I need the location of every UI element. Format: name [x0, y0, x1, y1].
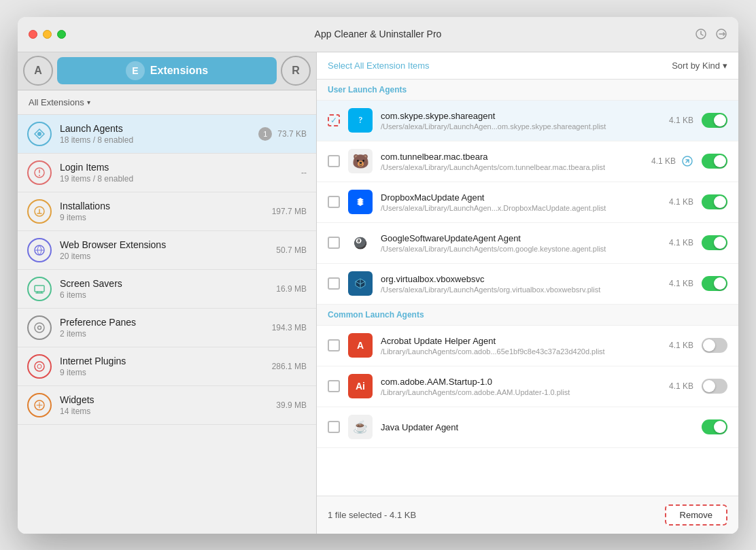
acrobat-details: Acrobat Update Helper Agent /Library/Lau… — [381, 336, 664, 356]
google-name: GoogleSoftwareUpdateAgent Agent — [381, 233, 664, 243]
tunnelbear-toggle[interactable] — [702, 154, 727, 169]
tunnelbear-details: com.tunnelbear.mac.tbeara /Users/alexa/L… — [381, 152, 646, 171]
list-item-google[interactable]: 🎱 GoogleSoftwareUpdateAgent Agent /Users… — [317, 223, 738, 264]
vbox-details: org.virtualbox.vboxwebsvc /Users/alexa/L… — [381, 274, 664, 294]
right-toolbar: Select All Extension Items Sort by Kind … — [317, 52, 738, 80]
refresh-icon[interactable] — [695, 28, 707, 40]
preference-panes-info: Preference Panes 2 items — [60, 317, 272, 339]
share-icon[interactable] — [715, 28, 727, 40]
vbox-checkbox[interactable] — [328, 277, 340, 290]
preference-panes-size: 194.3 MB — [272, 323, 307, 332]
skype-path: /Users/alexa/Library/LaunchAgen...om.sky… — [381, 122, 664, 131]
vbox-name: org.virtualbox.vboxwebsvc — [381, 274, 664, 284]
dropbox-toggle[interactable] — [702, 194, 727, 209]
list-item-tunnelbear[interactable]: 🐻 com.tunnelbear.mac.tbeara /Users/alexa… — [317, 141, 738, 182]
skype-toggle[interactable] — [702, 113, 727, 128]
list-item-adobe-aam[interactable]: Ai com.adobe.AAM.Startup-1.0 /Library/La… — [317, 366, 738, 407]
sidebar-item-login-items[interactable]: Login Items 19 items / 8 enabled -- — [18, 154, 316, 192]
external-link-icon[interactable] — [681, 155, 693, 167]
list-item-vbox[interactable]: org.virtualbox.vboxwebsvc /Users/alexa/L… — [317, 264, 738, 305]
vbox-toggle[interactable] — [702, 276, 727, 291]
svg-point-9 — [38, 326, 41, 329]
adobe-aam-checkbox[interactable] — [328, 380, 340, 392]
installations-sub: 9 items — [60, 213, 272, 222]
sidebar-list: Launch Agents 18 items / 8 enabled 1 73.… — [18, 115, 316, 534]
launch-agents-badge: 1 — [258, 127, 272, 141]
dropbox-name: DropboxMacUpdate Agent — [381, 192, 664, 203]
sidebar-item-installations[interactable]: Installations 9 items 197.7 MB — [18, 192, 316, 231]
web-browser-sub: 20 items — [60, 252, 276, 261]
skype-name: com.skype.skype.shareagent — [381, 111, 664, 121]
vbox-size: 4.1 KB — [669, 279, 693, 288]
screen-savers-info: Screen Savers 6 items — [60, 278, 276, 300]
acrobat-toggle[interactable] — [702, 338, 727, 353]
login-items-name: Login Items — [60, 162, 301, 173]
google-details: GoogleSoftwareUpdateAgent Agent /Users/a… — [381, 233, 664, 253]
sidebar: A E Extensions R All Extensions ▾ — [18, 52, 317, 534]
launch-agents-info: Launch Agents 18 items / 8 enabled — [60, 123, 258, 145]
screen-savers-icon — [27, 277, 52, 301]
internet-plugins-sub: 9 items — [60, 368, 272, 377]
internet-plugins-size: 286.1 MB — [272, 362, 307, 371]
remove-button[interactable]: Remove — [665, 504, 727, 526]
extensions-tab[interactable]: E Extensions — [57, 57, 277, 84]
sidebar-header: A E Extensions R — [18, 52, 316, 90]
adobe-aam-size: 4.1 KB — [669, 381, 693, 391]
screen-savers-name: Screen Savers — [60, 278, 276, 289]
extensions-icon: E — [126, 61, 145, 80]
adobe-aam-details: com.adobe.AAM.Startup-1.0 /Library/Launc… — [381, 377, 664, 396]
google-app-icon: 🎱 — [348, 230, 373, 255]
widgets-size: 39.9 MB — [276, 400, 307, 410]
filter-dropdown[interactable]: All Extensions ▾ — [18, 90, 316, 115]
sidebar-item-web-browser[interactable]: Web Browser Extensions 20 items 50.7 MB — [18, 231, 316, 270]
java-checkbox[interactable] — [328, 421, 340, 433]
traffic-lights — [29, 30, 66, 39]
google-path: /Users/alexa/Library/LaunchAgents/com.go… — [381, 245, 664, 253]
preference-panes-name: Preference Panes — [60, 317, 272, 328]
installations-icon — [27, 199, 52, 224]
sidebar-item-screen-savers[interactable]: Screen Savers 6 items 16.9 MB — [18, 270, 316, 309]
web-browser-icon — [27, 238, 52, 262]
google-checkbox[interactable] — [328, 237, 340, 249]
tunnelbear-path: /Users/alexa/Library/LaunchAgents/com.tu… — [381, 163, 646, 171]
list-item-skype[interactable]: com.skype.skype.shareagent /Users/alexa/… — [317, 101, 738, 141]
adobe-aam-path: /Library/LaunchAgents/com.adobe.AAM.Upda… — [381, 388, 664, 396]
list-item-dropbox[interactable]: DropboxMacUpdate Agent /Users/alexa/Libr… — [317, 182, 738, 223]
google-toggle[interactable] — [702, 235, 727, 250]
list-item-acrobat[interactable]: A Acrobat Update Helper Agent /Library/L… — [317, 326, 738, 366]
list-item-java[interactable]: ☕ Java Updater Agent — [317, 407, 738, 448]
adobe-aam-toggle[interactable] — [702, 379, 727, 394]
launch-agents-sub: 18 items / 8 enabled — [60, 135, 258, 145]
java-app-icon: ☕ — [348, 415, 373, 439]
sidebar-item-internet-plugins[interactable]: Internet Plugins 9 items 286.1 MB — [18, 347, 316, 386]
sort-button[interactable]: Sort by Kind ▾ — [672, 61, 727, 71]
chevron-down-icon: ▾ — [87, 99, 90, 106]
sidebar-item-launch-agents[interactable]: Launch Agents 18 items / 8 enabled 1 73.… — [18, 115, 316, 154]
apps-button[interactable]: A — [23, 56, 53, 86]
dropbox-checkbox[interactable] — [328, 196, 340, 208]
launch-agents-name: Launch Agents — [60, 123, 258, 134]
section-user-launch-agents: User Launch Agents — [317, 80, 738, 101]
skype-checkbox[interactable] — [328, 114, 340, 126]
sidebar-item-widgets[interactable]: Widgets 14 items 39.9 MB — [18, 386, 316, 425]
sidebar-item-preference-panes[interactable]: Preference Panes 2 items 194.3 MB — [18, 309, 316, 347]
login-items-size: -- — [301, 168, 307, 177]
app-window: App Cleaner & Uninstaller Pro A E Exte — [18, 17, 738, 534]
remove-icon-btn[interactable]: R — [281, 56, 311, 86]
adobe-aam-name: com.adobe.AAM.Startup-1.0 — [381, 377, 664, 387]
main-content: A E Extensions R All Extensions ▾ — [18, 52, 738, 534]
java-name: Java Updater Agent — [381, 422, 693, 432]
java-toggle[interactable] — [702, 419, 727, 434]
tunnelbear-checkbox[interactable] — [328, 155, 340, 167]
acrobat-app-icon: A — [348, 333, 373, 358]
launch-agents-size: 73.7 KB — [277, 129, 307, 139]
minimize-button[interactable] — [43, 30, 52, 39]
right-panel: Select All Extension Items Sort by Kind … — [317, 52, 738, 534]
items-list: User Launch Agents com.skype.skype.share… — [317, 80, 738, 496]
close-button[interactable] — [29, 30, 37, 39]
titlebar-actions — [695, 28, 727, 40]
maximize-button[interactable] — [57, 30, 66, 39]
launch-agents-icon — [27, 122, 52, 146]
acrobat-checkbox[interactable] — [328, 339, 340, 351]
select-all-button[interactable]: Select All Extension Items — [328, 61, 430, 71]
